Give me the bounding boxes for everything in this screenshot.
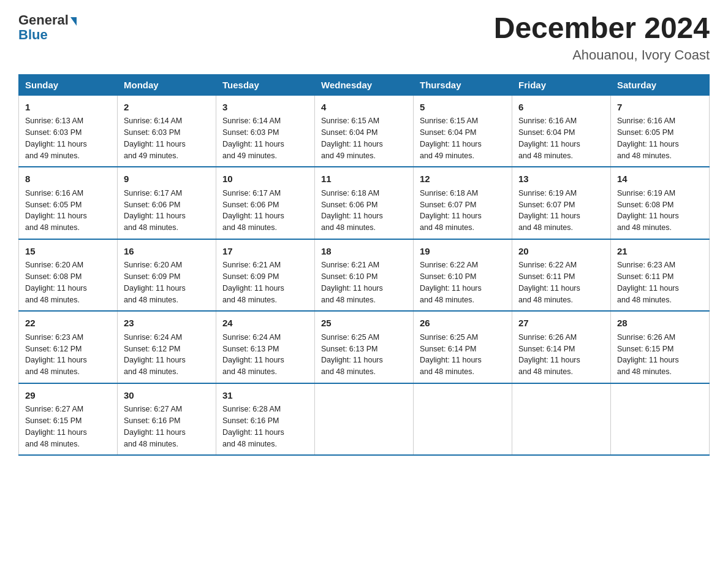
day-info: Sunrise: 6:25 AMSunset: 6:14 PMDaylight:… bbox=[420, 332, 506, 378]
day-number: 25 bbox=[321, 316, 407, 331]
calendar-cell: 13Sunrise: 6:19 AMSunset: 6:07 PMDayligh… bbox=[512, 167, 611, 239]
day-info: Sunrise: 6:19 AMSunset: 6:08 PMDaylight:… bbox=[617, 188, 703, 234]
weekday-header-sunday: Sunday bbox=[19, 74, 118, 95]
day-number: 15 bbox=[25, 245, 111, 259]
calendar-cell bbox=[414, 383, 512, 456]
day-info: Sunrise: 6:26 AMSunset: 6:15 PMDaylight:… bbox=[617, 332, 703, 378]
day-info: Sunrise: 6:24 AMSunset: 6:13 PMDaylight:… bbox=[222, 332, 308, 378]
weekday-header-friday: Friday bbox=[512, 74, 611, 95]
day-number: 3 bbox=[222, 101, 308, 115]
calendar-cell: 29Sunrise: 6:27 AMSunset: 6:15 PMDayligh… bbox=[19, 383, 118, 456]
day-info: Sunrise: 6:20 AMSunset: 6:09 PMDaylight:… bbox=[124, 259, 210, 305]
day-info: Sunrise: 6:27 AMSunset: 6:15 PMDaylight:… bbox=[25, 404, 111, 450]
calendar-table: SundayMondayTuesdayWednesdayThursdayFrid… bbox=[18, 74, 710, 456]
calendar-cell: 18Sunrise: 6:21 AMSunset: 6:10 PMDayligh… bbox=[315, 239, 414, 312]
weekday-header-tuesday: Tuesday bbox=[216, 74, 315, 95]
calendar-cell: 23Sunrise: 6:24 AMSunset: 6:12 PMDayligh… bbox=[118, 311, 216, 383]
weekday-header-wednesday: Wednesday bbox=[315, 74, 414, 95]
calendar-cell: 27Sunrise: 6:26 AMSunset: 6:14 PMDayligh… bbox=[512, 311, 611, 383]
calendar-week-row: 22Sunrise: 6:23 AMSunset: 6:12 PMDayligh… bbox=[19, 311, 710, 383]
day-info: Sunrise: 6:24 AMSunset: 6:12 PMDaylight:… bbox=[124, 332, 210, 378]
day-number: 19 bbox=[420, 245, 506, 259]
calendar-cell: 22Sunrise: 6:23 AMSunset: 6:12 PMDayligh… bbox=[19, 311, 118, 383]
day-info: Sunrise: 6:27 AMSunset: 6:16 PMDaylight:… bbox=[124, 404, 210, 450]
day-info: Sunrise: 6:21 AMSunset: 6:09 PMDaylight:… bbox=[222, 259, 308, 305]
day-info: Sunrise: 6:14 AMSunset: 6:03 PMDaylight:… bbox=[124, 115, 210, 161]
day-number: 12 bbox=[420, 172, 506, 186]
day-number: 14 bbox=[617, 172, 703, 186]
weekday-header-saturday: Saturday bbox=[611, 74, 710, 95]
day-info: Sunrise: 6:13 AMSunset: 6:03 PMDaylight:… bbox=[25, 115, 111, 161]
day-info: Sunrise: 6:21 AMSunset: 6:10 PMDaylight:… bbox=[321, 259, 407, 305]
day-number: 2 bbox=[124, 101, 210, 115]
calendar-cell: 21Sunrise: 6:23 AMSunset: 6:11 PMDayligh… bbox=[611, 239, 710, 312]
calendar-cell: 28Sunrise: 6:26 AMSunset: 6:15 PMDayligh… bbox=[611, 311, 710, 383]
day-number: 24 bbox=[222, 316, 308, 331]
calendar-cell: 20Sunrise: 6:22 AMSunset: 6:11 PMDayligh… bbox=[512, 239, 611, 312]
calendar-week-row: 29Sunrise: 6:27 AMSunset: 6:15 PMDayligh… bbox=[19, 383, 710, 456]
day-info: Sunrise: 6:14 AMSunset: 6:03 PMDaylight:… bbox=[222, 115, 308, 161]
day-info: Sunrise: 6:15 AMSunset: 6:04 PMDaylight:… bbox=[420, 115, 506, 161]
day-number: 16 bbox=[124, 245, 210, 259]
calendar-cell bbox=[611, 383, 710, 456]
month-title: December 2024 bbox=[494, 12, 710, 45]
calendar-cell: 26Sunrise: 6:25 AMSunset: 6:14 PMDayligh… bbox=[414, 311, 512, 383]
day-number: 6 bbox=[518, 101, 604, 115]
day-info: Sunrise: 6:22 AMSunset: 6:10 PMDaylight:… bbox=[420, 259, 506, 305]
day-number: 13 bbox=[518, 172, 604, 186]
day-info: Sunrise: 6:17 AMSunset: 6:06 PMDaylight:… bbox=[124, 188, 210, 234]
day-number: 21 bbox=[617, 245, 703, 259]
day-number: 10 bbox=[222, 172, 308, 186]
calendar-cell bbox=[512, 383, 611, 456]
calendar-cell: 5Sunrise: 6:15 AMSunset: 6:04 PMDaylight… bbox=[414, 95, 512, 167]
weekday-header-monday: Monday bbox=[118, 74, 216, 95]
day-number: 28 bbox=[617, 316, 703, 331]
day-number: 20 bbox=[518, 245, 604, 259]
day-info: Sunrise: 6:19 AMSunset: 6:07 PMDaylight:… bbox=[518, 188, 604, 234]
day-number: 4 bbox=[321, 101, 407, 115]
day-number: 7 bbox=[617, 101, 703, 115]
day-info: Sunrise: 6:22 AMSunset: 6:11 PMDaylight:… bbox=[518, 259, 604, 305]
calendar-cell: 10Sunrise: 6:17 AMSunset: 6:06 PMDayligh… bbox=[216, 167, 315, 239]
calendar-cell: 11Sunrise: 6:18 AMSunset: 6:06 PMDayligh… bbox=[315, 167, 414, 239]
calendar-cell: 3Sunrise: 6:14 AMSunset: 6:03 PMDaylight… bbox=[216, 95, 315, 167]
calendar-cell: 14Sunrise: 6:19 AMSunset: 6:08 PMDayligh… bbox=[611, 167, 710, 239]
calendar-cell: 6Sunrise: 6:16 AMSunset: 6:04 PMDaylight… bbox=[512, 95, 611, 167]
calendar-cell: 31Sunrise: 6:28 AMSunset: 6:16 PMDayligh… bbox=[216, 383, 315, 456]
day-info: Sunrise: 6:17 AMSunset: 6:06 PMDaylight:… bbox=[222, 188, 308, 234]
day-number: 29 bbox=[25, 389, 111, 403]
calendar-cell: 7Sunrise: 6:16 AMSunset: 6:05 PMDaylight… bbox=[611, 95, 710, 167]
calendar-cell: 30Sunrise: 6:27 AMSunset: 6:16 PMDayligh… bbox=[118, 383, 216, 456]
day-info: Sunrise: 6:23 AMSunset: 6:12 PMDaylight:… bbox=[25, 332, 111, 378]
calendar-cell: 24Sunrise: 6:24 AMSunset: 6:13 PMDayligh… bbox=[216, 311, 315, 383]
day-info: Sunrise: 6:25 AMSunset: 6:13 PMDaylight:… bbox=[321, 332, 407, 378]
calendar-cell: 9Sunrise: 6:17 AMSunset: 6:06 PMDaylight… bbox=[118, 167, 216, 239]
calendar-cell bbox=[315, 383, 414, 456]
calendar-cell: 12Sunrise: 6:18 AMSunset: 6:07 PMDayligh… bbox=[414, 167, 512, 239]
location-title: Ahouanou, Ivory Coast bbox=[494, 47, 710, 63]
title-block: December 2024 Ahouanou, Ivory Coast bbox=[494, 12, 710, 63]
weekday-header-thursday: Thursday bbox=[414, 74, 512, 95]
day-number: 8 bbox=[25, 172, 111, 186]
day-info: Sunrise: 6:18 AMSunset: 6:07 PMDaylight:… bbox=[420, 188, 506, 234]
day-number: 11 bbox=[321, 172, 407, 186]
day-number: 22 bbox=[25, 316, 111, 331]
day-number: 31 bbox=[222, 389, 308, 403]
day-number: 27 bbox=[518, 316, 604, 331]
day-info: Sunrise: 6:16 AMSunset: 6:04 PMDaylight:… bbox=[518, 115, 604, 161]
day-info: Sunrise: 6:23 AMSunset: 6:11 PMDaylight:… bbox=[617, 259, 703, 305]
day-info: Sunrise: 6:26 AMSunset: 6:14 PMDaylight:… bbox=[518, 332, 604, 378]
day-number: 1 bbox=[25, 101, 111, 115]
logo-general-text: General bbox=[18, 12, 69, 28]
calendar-week-row: 15Sunrise: 6:20 AMSunset: 6:08 PMDayligh… bbox=[19, 239, 710, 312]
calendar-cell: 19Sunrise: 6:22 AMSunset: 6:10 PMDayligh… bbox=[414, 239, 512, 312]
calendar-cell: 17Sunrise: 6:21 AMSunset: 6:09 PMDayligh… bbox=[216, 239, 315, 312]
calendar-week-row: 1Sunrise: 6:13 AMSunset: 6:03 PMDaylight… bbox=[19, 95, 710, 167]
day-number: 23 bbox=[124, 316, 210, 331]
calendar-cell: 8Sunrise: 6:16 AMSunset: 6:05 PMDaylight… bbox=[19, 167, 118, 239]
calendar-cell: 15Sunrise: 6:20 AMSunset: 6:08 PMDayligh… bbox=[19, 239, 118, 312]
weekday-header-row: SundayMondayTuesdayWednesdayThursdayFrid… bbox=[19, 74, 710, 95]
calendar-week-row: 8Sunrise: 6:16 AMSunset: 6:05 PMDaylight… bbox=[19, 167, 710, 239]
calendar-cell: 16Sunrise: 6:20 AMSunset: 6:09 PMDayligh… bbox=[118, 239, 216, 312]
day-info: Sunrise: 6:16 AMSunset: 6:05 PMDaylight:… bbox=[617, 115, 703, 161]
